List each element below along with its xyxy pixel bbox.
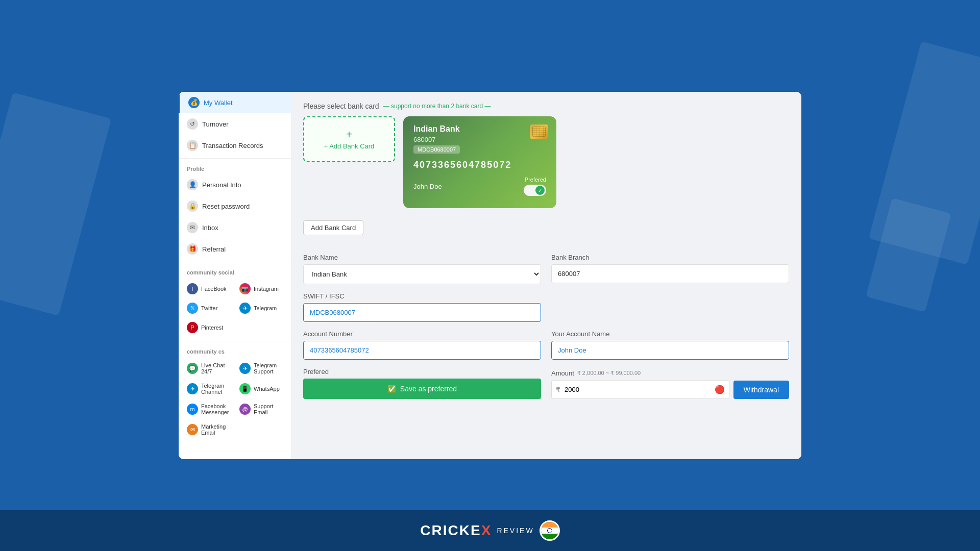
marketing-icon: ✉ <box>187 424 198 435</box>
telegram-label: Telegram <box>254 305 277 311</box>
save-preferred-label: Save as preferred <box>400 385 457 393</box>
whatsapp-label: WhatsApp <box>254 386 280 392</box>
sidebar-item-referral[interactable]: 🎁 Referral <box>179 238 291 260</box>
sidebar-item-pinterest[interactable]: P Pinterest <box>183 318 234 337</box>
select-bank-title: Please select bank card <box>303 102 379 110</box>
add-bank-card-dashed-button[interactable]: + + Add Bank Card <box>303 116 395 162</box>
flag-top <box>541 522 558 528</box>
save-as-preferred-button[interactable]: ✅ Save as preferred <box>303 379 541 399</box>
support-note: — support no more than 2 bank card — <box>383 103 491 110</box>
card-account-id: 680007 <box>413 136 546 143</box>
sidebar-item-twitter[interactable]: 𝕏 Twitter <box>183 299 234 317</box>
sidebar-item-transaction[interactable]: 📋 Transaction Records <box>179 135 291 156</box>
telegram-support-icon: ✈ <box>239 363 251 374</box>
telegram-icon: ✈ <box>239 303 251 314</box>
amount-input[interactable] <box>562 381 715 398</box>
marketing-label: Marketing Email <box>201 423 230 436</box>
amount-label: Amount <box>551 369 574 377</box>
account-name-label: Your Account Name <box>551 330 789 338</box>
divider-3 <box>179 341 291 341</box>
account-number-input[interactable] <box>303 341 541 360</box>
sidebar-referral-label: Referral <box>202 245 226 253</box>
bank-name-select[interactable]: Indian Bank <box>303 264 541 284</box>
community-social-title: community social <box>179 264 291 278</box>
swift-placeholder <box>551 292 789 322</box>
whatsapp-icon: 📱 <box>239 383 251 394</box>
bank-card-section-header: Please select bank card — support no mor… <box>303 102 789 110</box>
telegram-channel-label: Telegram Channel <box>201 383 230 395</box>
form-row-2: SWIFT / IFSC <box>303 292 789 322</box>
add-card-icon: + <box>346 129 352 140</box>
sidebar-item-telegram[interactable]: ✈ Telegram <box>235 299 287 317</box>
card-preferred-toggle[interactable]: Prefered ✓ <box>524 177 546 196</box>
sidebar-item-facebook-messenger[interactable]: m Facebook Messenger <box>183 399 234 419</box>
transaction-icon: 📋 <box>187 140 198 151</box>
sidebar-item-whatsapp[interactable]: 📱 WhatsApp <box>235 379 287 398</box>
sidebar-wallet-label: My Wallet <box>204 99 233 107</box>
sidebar-item-personal-info[interactable]: 👤 Personal Info <box>179 174 291 195</box>
add-card-label: + Add Bank Card <box>324 142 375 150</box>
main-window: 💰 My Wallet ↺ Turnover 📋 Transaction Rec… <box>179 92 801 459</box>
card-badge: MDCB0680007 <box>413 145 460 154</box>
swift-input[interactable] <box>303 303 541 322</box>
amount-range: ₹ 2,000.00 ~ ₹ 99,000.00 <box>577 370 641 377</box>
divider-2 <box>179 262 291 262</box>
inbox-icon: ✉ <box>187 222 198 233</box>
sidebar-item-reset-password[interactable]: 🔒 Reset password <box>179 195 291 217</box>
facebook-icon: f <box>187 283 198 294</box>
telegram-support-label: Telegram Support <box>254 362 283 374</box>
referral-icon: 🎁 <box>187 243 198 255</box>
swift-group: SWIFT / IFSC <box>303 292 541 322</box>
footer-logo-x: X <box>481 522 492 538</box>
amount-group: Amount ₹ 2,000.00 ~ ₹ 99,000.00 ₹ 🔴 With… <box>551 369 789 399</box>
twitter-label: Twitter <box>201 305 217 311</box>
sidebar: 💰 My Wallet ↺ Turnover 📋 Transaction Rec… <box>179 92 291 459</box>
footer-logo: CRICKEX <box>420 522 492 539</box>
sidebar-item-live-chat[interactable]: 💬 Live Chat 24/7 <box>183 359 234 378</box>
preferred-amount-section: Prefered ✅ Save as preferred Amount ₹ 2,… <box>303 368 789 399</box>
card-preferred-label: Prefered <box>525 177 546 183</box>
footer-logo-group: CRICKEX <box>420 522 492 539</box>
bank-branch-input[interactable] <box>551 264 789 283</box>
sidebar-item-telegram-support[interactable]: ✈ Telegram Support <box>235 359 287 378</box>
preferred-toggle-switch[interactable]: ✓ <box>524 185 546 196</box>
bank-card: Indian Bank 680007 MDCB0680007 407336560… <box>403 116 556 208</box>
facebook-label: FaceBook <box>201 286 227 292</box>
footer: CRICKEX REVIEW <box>0 510 980 551</box>
bank-name-group: Bank Name Indian Bank <box>303 254 541 284</box>
sidebar-turnover-label: Turnover <box>202 120 229 128</box>
instagram-label: Instagram <box>254 286 279 292</box>
checkmark-icon: ✅ <box>387 385 396 393</box>
cards-row: + + Add Bank Card Indian Bank 680007 MDC… <box>303 116 789 218</box>
sidebar-item-turnover[interactable]: ↺ Turnover <box>179 113 291 135</box>
sidebar-item-support-email[interactable]: @ Support Email <box>235 399 287 419</box>
support-email-label: Support Email <box>254 403 283 415</box>
card-bottom: John Doe Prefered ✓ <box>413 177 546 196</box>
sidebar-item-marketing-email[interactable]: ✉ Marketing Email <box>183 420 234 439</box>
account-name-input[interactable] <box>551 341 789 360</box>
bank-branch-label: Bank Branch <box>551 254 789 261</box>
sidebar-item-telegram-channel[interactable]: ✈ Telegram Channel <box>183 379 234 398</box>
personal-info-icon: 👤 <box>187 179 198 190</box>
add-bank-card-button[interactable]: Add Bank Card <box>303 220 363 235</box>
bank-branch-group: Bank Branch <box>551 254 789 284</box>
pinterest-icon: P <box>187 322 198 333</box>
sidebar-item-inbox[interactable]: ✉ Inbox <box>179 217 291 238</box>
clear-amount-button[interactable]: 🔴 <box>715 385 725 394</box>
lock-icon: 🔒 <box>187 201 198 212</box>
divider-1 <box>179 158 291 159</box>
withdrawal-button[interactable]: Withdrawal <box>733 381 789 399</box>
live-chat-icon: 💬 <box>187 363 198 374</box>
sidebar-item-instagram[interactable]: 📷 Instagram <box>235 280 287 298</box>
instagram-icon: 📷 <box>239 283 251 294</box>
rupee-symbol: ₹ <box>556 386 560 394</box>
sidebar-transaction-label: Transaction Records <box>202 142 263 149</box>
pinterest-label: Pinterest <box>201 324 223 331</box>
preferred-group: Prefered ✅ Save as preferred <box>303 368 541 399</box>
india-flag <box>540 520 560 541</box>
support-email-icon: @ <box>239 404 251 415</box>
preferred-section-label: Prefered <box>303 368 541 375</box>
twitter-icon: 𝕏 <box>187 303 198 314</box>
sidebar-item-facebook[interactable]: f FaceBook <box>183 280 234 298</box>
sidebar-item-wallet[interactable]: 💰 My Wallet <box>179 92 291 113</box>
